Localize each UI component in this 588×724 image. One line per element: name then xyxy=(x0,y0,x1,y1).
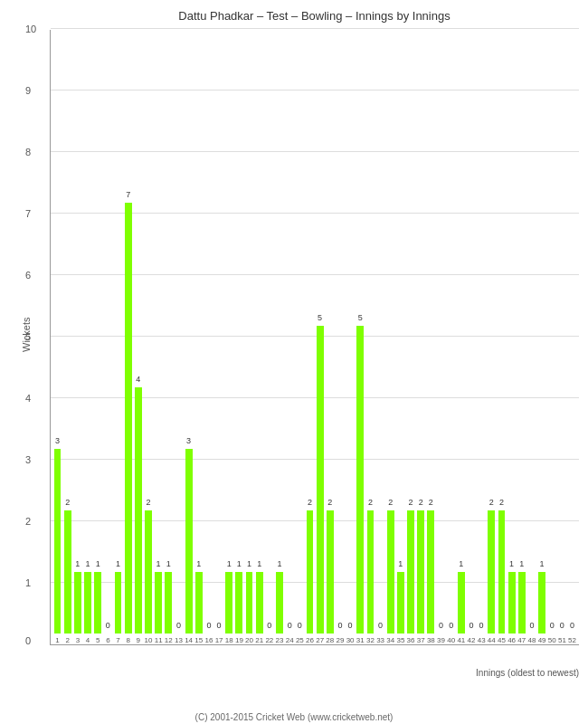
ytick-5: 5 xyxy=(25,331,31,342)
x-tick-label: 11 xyxy=(154,636,164,644)
bar: 1 xyxy=(397,572,404,634)
bar-value-label: 0 xyxy=(439,621,443,630)
ytick-10: 10 xyxy=(25,24,36,34)
bar: 1 xyxy=(235,572,242,634)
ytick-2: 2 xyxy=(25,516,31,527)
bar-group: 033 xyxy=(375,634,385,644)
bar-group: 527 xyxy=(315,326,325,644)
ytick-6: 6 xyxy=(25,270,31,281)
x-tick-label: 46 xyxy=(507,636,517,644)
bar: 1 xyxy=(74,572,81,634)
bar-value-label: 5 xyxy=(358,313,363,322)
x-tick-label: 19 xyxy=(234,636,244,644)
bar-group: 147 xyxy=(517,572,526,644)
bar-group: 013 xyxy=(174,634,184,644)
x-tick-label: 40 xyxy=(446,636,456,644)
bar-group: 14 xyxy=(82,572,92,644)
bar: 2 xyxy=(307,510,314,634)
x-tick-label: 28 xyxy=(325,636,335,644)
bar-group: 115 xyxy=(194,572,204,644)
x-tick-label: 38 xyxy=(426,636,436,644)
bar-value-label: 0 xyxy=(337,621,342,630)
bar-value-label: 0 xyxy=(298,621,302,630)
bar: 1 xyxy=(458,572,465,634)
x-tick-label: 14 xyxy=(184,636,194,644)
bar-group: 039 xyxy=(436,634,446,644)
bar-group: 051 xyxy=(557,634,567,644)
x-tick-label: 8 xyxy=(123,636,133,644)
bar-value-label: 1 xyxy=(196,559,201,568)
bar-group: 029 xyxy=(335,634,345,644)
bar: 1 xyxy=(94,572,101,634)
x-tick-label: 10 xyxy=(143,636,153,644)
bar-value-label: 2 xyxy=(146,498,150,507)
x-tick-label: 3 xyxy=(72,636,82,644)
x-tick-label: 23 xyxy=(274,636,284,644)
bar-value-label: 0 xyxy=(479,621,484,630)
bar-value-label: 1 xyxy=(257,559,261,568)
bar-group: 06 xyxy=(103,634,113,644)
bar-group: 22 xyxy=(62,510,72,644)
bar: 1 xyxy=(225,572,232,634)
x-axis-label: Innings (oldest to newest) xyxy=(50,668,579,678)
x-tick-label: 4 xyxy=(82,636,92,644)
x-tick-label: 52 xyxy=(567,636,577,644)
x-tick-label: 17 xyxy=(214,636,224,644)
bar-group: 030 xyxy=(346,634,356,644)
bars-wrapper: 3122131415061778492101111120133141150160… xyxy=(51,30,579,644)
bar-value-label: 0 xyxy=(529,621,534,630)
bar-group: 49 xyxy=(133,387,143,644)
x-tick-label: 16 xyxy=(204,636,213,644)
bar-group: 050 xyxy=(547,634,557,644)
bar-value-label: 2 xyxy=(419,498,423,507)
chart-title: Dattu Phadkar – Test – Bowling – Innings… xyxy=(50,9,579,23)
bar-value-label: 1 xyxy=(227,559,232,568)
bar-group: 119 xyxy=(234,572,244,644)
x-tick-label: 32 xyxy=(365,636,375,644)
bar-group: 121 xyxy=(254,572,264,644)
bar: 1 xyxy=(256,572,263,634)
bar: 2 xyxy=(498,510,506,634)
x-tick-label: 39 xyxy=(436,636,446,644)
x-tick-label: 6 xyxy=(103,636,113,644)
bar-value-label: 0 xyxy=(449,621,453,630)
bar-group: 120 xyxy=(244,572,254,644)
bar-group: 052 xyxy=(567,634,577,644)
bar: 2 xyxy=(417,510,424,634)
bar-value-label: 5 xyxy=(318,313,322,322)
bar: 1 xyxy=(508,572,516,634)
bar-group: 016 xyxy=(204,634,213,644)
bar: 2 xyxy=(407,510,414,634)
bar: 1 xyxy=(276,572,283,634)
bar-value-label: 2 xyxy=(489,498,494,507)
x-tick-label: 21 xyxy=(254,636,264,644)
bar: 3 xyxy=(54,449,62,634)
x-tick-label: 29 xyxy=(335,636,345,644)
bar: 2 xyxy=(427,510,434,634)
bar-value-label: 1 xyxy=(519,559,524,568)
bar-group: 149 xyxy=(537,572,547,644)
bar-value-label: 2 xyxy=(388,498,393,507)
x-tick-label: 47 xyxy=(517,636,526,644)
bar-group: 024 xyxy=(285,634,295,644)
bar-group: 237 xyxy=(416,510,426,644)
x-tick-label: 27 xyxy=(315,636,325,644)
bar-group: 040 xyxy=(446,634,456,644)
x-tick-label: 41 xyxy=(456,636,466,644)
bar: 2 xyxy=(387,510,394,634)
bar-value-label: 0 xyxy=(469,621,473,630)
bar-value-label: 0 xyxy=(267,621,271,630)
bar: 1 xyxy=(165,572,172,634)
x-tick-label: 18 xyxy=(224,636,234,644)
chart-container: Dattu Phadkar – Test – Bowling – Innings… xyxy=(0,0,588,724)
bar-value-label: 2 xyxy=(368,498,373,507)
bar: 1 xyxy=(84,572,91,634)
bar-group: 15 xyxy=(93,572,103,644)
x-tick-label: 25 xyxy=(295,636,305,644)
ytick-0: 0 xyxy=(25,635,31,646)
bar-value-label: 1 xyxy=(459,559,463,568)
x-tick-label: 5 xyxy=(93,636,103,644)
bar-group: 226 xyxy=(305,510,315,644)
bar-group: 31 xyxy=(52,449,62,644)
bar-group: 210 xyxy=(143,510,153,644)
